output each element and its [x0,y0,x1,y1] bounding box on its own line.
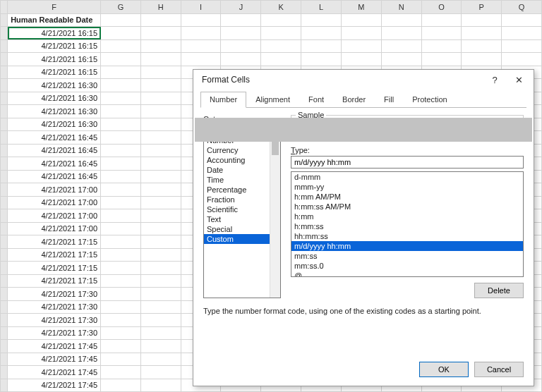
type-input[interactable] [291,156,524,169]
data-cell[interactable]: 4/21/2021 16:45 [8,170,101,183]
data-cell[interactable]: 4/21/2021 16:15 [8,53,101,66]
cell[interactable] [101,66,141,79]
category-item[interactable]: Currency [204,145,270,155]
cell[interactable] [261,53,301,66]
cell[interactable] [101,131,141,145]
cell[interactable] [502,13,542,27]
cell[interactable] [101,196,141,209]
tab-font[interactable]: Font [299,92,333,108]
type-item[interactable]: mm:ss.0 [291,261,523,271]
cell[interactable] [140,144,181,157]
cell[interactable] [101,144,141,157]
cell[interactable] [101,366,141,379]
tab-fill[interactable]: Fill [375,92,403,108]
type-item[interactable]: @ [291,271,523,276]
scrollbar[interactable] [270,125,280,298]
cell[interactable] [502,39,542,53]
data-cell[interactable]: 4/21/2021 17:15 [8,262,101,275]
column-header-M[interactable]: M [341,1,381,14]
cell[interactable] [140,79,181,92]
cell[interactable] [101,353,141,366]
cell[interactable] [140,314,181,327]
cell[interactable] [140,262,181,275]
category-item[interactable]: Scientific [204,204,270,214]
column-header-N[interactable]: N [381,1,421,14]
cell[interactable] [502,53,542,66]
cell[interactable] [181,13,221,27]
tab-alignment[interactable]: Alignment [246,92,299,108]
category-item[interactable]: Accounting [204,155,270,165]
cancel-button[interactable]: Cancel [474,362,524,377]
cell[interactable] [181,27,221,40]
cell[interactable] [381,53,421,66]
category-item[interactable]: Percentage [204,185,270,195]
category-item[interactable]: Date [204,165,270,175]
help-button[interactable]: ? [483,72,507,87]
header-cell[interactable]: Human Readable Date [8,13,101,27]
delete-button[interactable]: Delete [474,283,524,298]
cell[interactable] [140,222,181,235]
data-cell[interactable]: 4/21/2021 17:15 [8,235,101,249]
cell[interactable] [101,326,141,340]
dialog-titlebar[interactable]: Format Cells ? ✕ [193,70,534,90]
cell[interactable] [140,248,181,262]
cell[interactable] [462,53,502,66]
ok-button[interactable]: OK [419,362,469,377]
column-header-I[interactable]: I [181,1,221,14]
data-cell[interactable]: 4/21/2021 16:30 [8,92,101,105]
cell[interactable] [381,13,421,27]
cell[interactable] [301,39,342,53]
type-item[interactable]: m/d/yyyy hh:mm [291,241,523,251]
data-cell[interactable]: 4/21/2021 17:30 [8,326,101,340]
cell[interactable] [301,27,342,40]
cell[interactable] [101,118,141,131]
tab-protection[interactable]: Protection [403,92,457,108]
type-item[interactable]: h:mm:ss [291,221,523,231]
tab-number[interactable]: Number [200,92,246,108]
cell[interactable] [140,118,181,131]
cell[interactable] [101,340,141,353]
column-header-K[interactable]: K [261,1,301,14]
cell[interactable] [140,92,181,105]
cell[interactable] [181,53,221,66]
type-item[interactable]: mmm-yy [291,182,523,192]
cell[interactable] [140,170,181,183]
cell[interactable] [140,235,181,249]
cell[interactable] [301,53,342,66]
cell[interactable] [140,131,181,145]
category-item[interactable]: Special [204,224,270,234]
column-header-G[interactable]: G [101,1,141,14]
cell[interactable] [140,288,181,301]
type-listbox[interactable]: d-mmmmmm-yyh:mm AM/PMh:mm:ss AM/PMh:mmh:… [291,171,524,277]
cell[interactable] [140,27,181,40]
cell[interactable] [181,39,221,53]
data-cell[interactable]: 4/21/2021 17:00 [8,222,101,235]
data-cell[interactable]: 4/21/2021 17:30 [8,288,101,301]
data-cell[interactable]: 4/21/2021 16:15 [8,39,101,53]
column-header-J[interactable]: J [221,1,261,14]
cell[interactable] [341,27,381,40]
type-item[interactable]: mm:ss [291,251,523,261]
cell[interactable] [101,13,141,27]
cell[interactable] [221,27,261,40]
cell[interactable] [101,92,141,105]
cell[interactable] [301,13,342,27]
cell[interactable] [101,274,141,288]
cell[interactable] [101,157,141,171]
cell[interactable] [140,379,181,392]
cell[interactable] [140,105,181,118]
cell[interactable] [101,248,141,262]
data-cell[interactable]: 4/21/2021 16:15 [8,66,101,79]
column-header-H[interactable]: H [140,1,181,14]
category-item[interactable]: Fraction [204,195,270,204]
data-cell[interactable]: 4/21/2021 17:00 [8,196,101,209]
cell[interactable] [101,262,141,275]
data-cell[interactable]: 4/21/2021 17:45 [8,379,101,392]
cell[interactable] [140,183,181,197]
cell[interactable] [101,235,141,249]
cell[interactable] [341,13,381,27]
cell[interactable] [101,300,141,314]
cell[interactable] [140,340,181,353]
cell[interactable] [261,27,301,40]
cell[interactable] [140,274,181,288]
